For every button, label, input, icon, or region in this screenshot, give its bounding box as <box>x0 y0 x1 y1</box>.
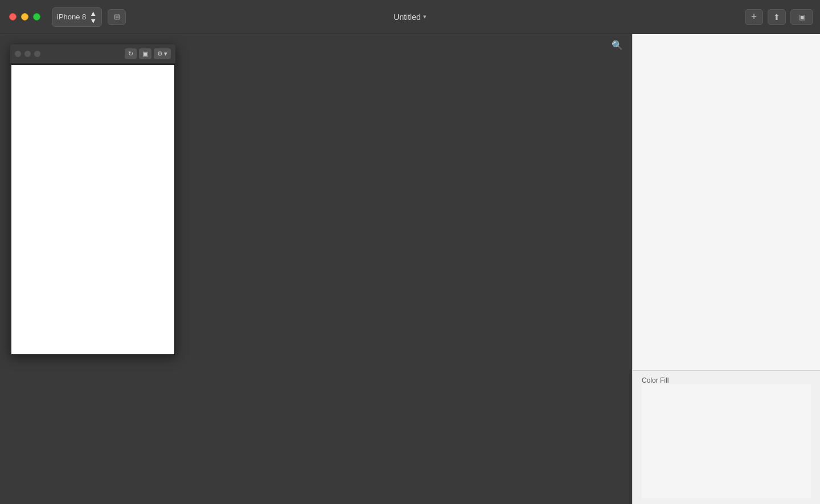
zoom-icon: ⊞ <box>114 13 120 21</box>
device-selector[interactable]: iPhone 8 ▲ ▼ <box>52 7 102 27</box>
title-bar: iPhone 8 ▲ ▼ ⊞ Untitled ▾ + ⬆ ▣ <box>0 0 820 34</box>
traffic-lights <box>0 13 40 21</box>
close-button[interactable] <box>9 13 17 21</box>
sim-settings-button[interactable]: ⚙ ▾ <box>154 48 171 59</box>
sim-dot-2 <box>24 51 31 57</box>
sim-dot-3 <box>34 51 40 57</box>
iphone-screen <box>11 65 174 354</box>
sim-toolbar-right: ↻ ▣ ⚙ ▾ <box>125 48 171 59</box>
device-label: iPhone 8 <box>57 13 86 21</box>
right-toolbar: + ⬆ ▣ <box>745 9 820 25</box>
screen-icon: ▣ <box>142 50 148 58</box>
title-chevron-icon: ▾ <box>423 13 427 21</box>
canvas-search-icon[interactable]: 🔍 <box>612 40 623 51</box>
share-button[interactable]: ⬆ <box>768 9 786 25</box>
color-fill-label: Color Fill <box>642 376 811 384</box>
add-icon: + <box>751 11 757 23</box>
canvas-area[interactable]: 🔍 ↻ ▣ ⚙ ▾ <box>0 34 632 504</box>
view-toggle-button[interactable]: ▣ <box>790 9 813 25</box>
right-panel: Color Fill <box>632 34 820 504</box>
color-fill-content <box>642 384 811 498</box>
center-title: Untitled ▾ <box>393 13 426 22</box>
gear-icon: ⚙ <box>157 50 163 58</box>
simulator-window: ↻ ▣ ⚙ ▾ <box>10 44 175 355</box>
chevron-updown-icon: ▲ ▼ <box>89 10 97 24</box>
sim-dot-1 <box>15 51 21 57</box>
add-button[interactable]: + <box>745 9 763 25</box>
settings-chevron-icon: ▾ <box>164 50 167 58</box>
color-fill-section: Color Fill <box>633 370 820 504</box>
view-toggle-icon: ▣ <box>799 13 805 21</box>
document-title: Untitled <box>393 13 420 22</box>
search-icon: 🔍 <box>612 40 623 50</box>
zoom-button[interactable]: ⊞ <box>108 9 126 25</box>
sim-refresh-button[interactable]: ↻ <box>125 48 137 59</box>
minimize-button[interactable] <box>21 13 28 21</box>
refresh-icon: ↻ <box>128 50 133 58</box>
right-panel-properties <box>633 34 820 370</box>
sim-screen-button[interactable]: ▣ <box>139 48 151 59</box>
maximize-button[interactable] <box>33 13 40 21</box>
share-icon: ⬆ <box>773 13 780 22</box>
main-area: 🔍 ↻ ▣ ⚙ ▾ <box>0 34 820 504</box>
simulator-titlebar: ↻ ▣ ⚙ ▾ <box>10 44 175 64</box>
